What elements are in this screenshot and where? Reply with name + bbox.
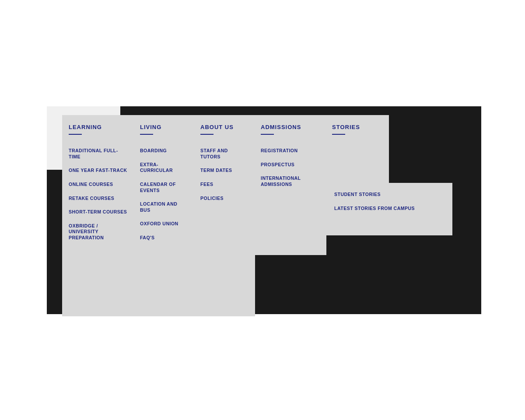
admissions-header: ADMISSIONS [261,124,301,130]
living-item-2[interactable]: EXTRA-CURRICULAR [140,162,188,174]
nav-container: LEARNING TRADITIONAL FULL-TIME ONE YEAR … [47,106,481,314]
stories-header: STORIES [332,124,360,130]
about-item-1[interactable]: STAFF AND TUTORS [200,148,248,160]
living-item-4[interactable]: LOCATION AND BUS [140,201,188,213]
stories-dropdown: STUDENT STORIES LATEST STORIES FROM CAMP… [326,183,452,235]
admissions-divider [261,134,274,135]
stories-divider [332,134,345,135]
admissions-item-3[interactable]: INTERNATIONAL ADMISSIONS [261,175,320,187]
living-item-6[interactable]: FAQ'S [140,235,155,241]
stories-dropdown-title[interactable]: STUDENT STORIES [334,192,444,198]
about-header: ABOUT US [200,124,234,130]
admissions-item-1[interactable]: REGISTRATION [261,148,298,154]
about-item-4[interactable]: POLICIES [200,196,224,202]
learning-divider [69,134,82,135]
living-item-1[interactable]: BOARDING [140,148,167,154]
admissions-column: ADMISSIONS REGISTRATION PROSPECTUS INTER… [254,115,326,255]
living-header: LIVING [140,124,161,130]
learning-item-3[interactable]: ONLINE COURSES [69,182,113,188]
learning-item-1[interactable]: TRADITIONAL FULL-TIME [69,148,128,160]
living-item-5[interactable]: OXFORD UNION [140,221,178,227]
admissions-item-2[interactable]: PROSPECTUS [261,162,294,168]
learning-column: LEARNING TRADITIONAL FULL-TIME ONE YEAR … [62,115,134,316]
learning-item-2[interactable]: ONE YEAR FAST-TRACK [69,168,127,174]
learning-header: LEARNING [69,124,102,130]
living-item-3[interactable]: CALENDAR OF EVENTS [140,182,188,193]
about-item-3[interactable]: FEES [200,182,213,188]
learning-item-4[interactable]: RETAKE COURSES [69,196,114,202]
learning-item-6[interactable]: OXBRIDGE / UNIVERSITYPREPARATION [69,223,128,241]
living-column: LIVING BOARDING EXTRA-CURRICULAR CALENDA… [133,115,195,316]
living-divider [140,134,153,135]
stories-dropdown-subtitle[interactable]: LATEST STORIES FROM CAMPUS [334,206,444,212]
about-column: ABOUT US STAFF AND TUTORS TERM DATES FEE… [194,115,255,316]
learning-item-5[interactable]: SHORT-TERM COURSES [69,209,127,215]
about-divider [200,134,214,135]
about-item-2[interactable]: TERM DATES [200,168,232,174]
